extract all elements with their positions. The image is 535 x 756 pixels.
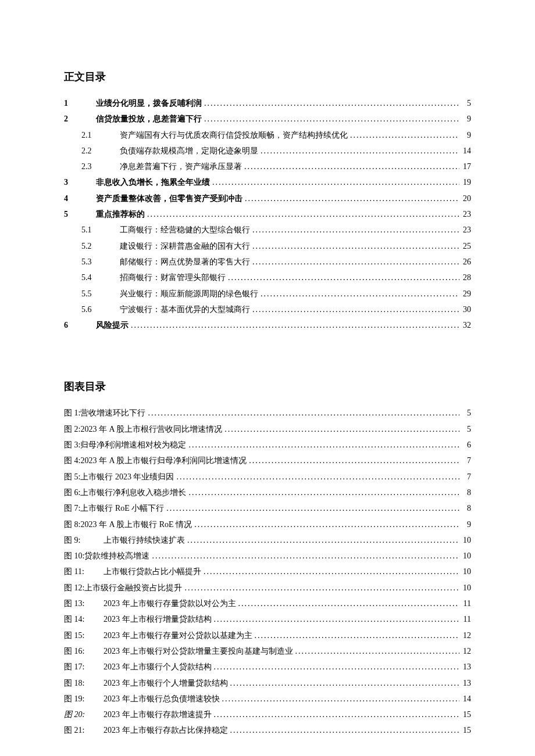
toc-leader-dots (228, 675, 460, 691)
toc-leader-dots (242, 191, 459, 206)
toc-entry-title: 招商银行：财富管理头部银行 (120, 270, 226, 285)
figure-entry-page: 8 (459, 485, 471, 500)
toc-leader-dots (252, 628, 460, 643)
figure-entry-title: 2023 年上市根行增量贷款结构 (104, 611, 212, 627)
toc-entry: 4资产质量整体改善，但零售资产受到冲击20 (64, 191, 471, 206)
figure-entry-title: 2023 年 A 股上市银行归母净利润同比增速情况 (80, 456, 247, 465)
figure-entry-page: 13 (459, 659, 471, 675)
figure-entry-label: 图 13: (64, 596, 104, 611)
toc-entry-title: 资产端国有大行与优质农商行信贷投放顺畅，资产结构持续优化 (120, 127, 348, 143)
toc-leader-dots (212, 611, 460, 627)
toc-leader-dots (149, 548, 459, 564)
figure-entry-page: 7 (459, 469, 471, 485)
figure-entry-label: 图 6: (64, 488, 80, 497)
figure-entry-title: 上市银行净利息收入稳步增长 (80, 488, 186, 497)
figure-entry-page: 9 (459, 517, 471, 532)
figure-entry-label: 图 15: (64, 628, 104, 643)
toc-entry-page: 32 (459, 317, 471, 333)
figure-entry-combined: 图 12:上市级行金融投资占比提升 (64, 580, 182, 596)
toc-entry-title: 业绩分化明显，拨备反哺利润 (96, 95, 202, 111)
figure-entry-title: 2023 年上市银行个人增量贷款结构 (104, 675, 228, 691)
figure-entry: 图 18:2023 年上市银行个人增量贷款结构13 (64, 675, 471, 691)
figure-entry-page: 7 (459, 453, 471, 468)
figure-entry: 图 1:营收增速环比下行5 (64, 405, 471, 421)
toc-leader-dots (293, 643, 460, 659)
figure-toc-heading: 图表目录 (64, 379, 471, 393)
figure-entry-label: 图 11: (64, 564, 104, 579)
figure-entry: 图 17:2023 年上市辍行个人贷款结构13 (64, 659, 471, 675)
figure-entry: 图 15:2023 年上市银行存量对公贷款以基建为主12 (64, 628, 471, 643)
toc-entry-number: 2 (64, 111, 96, 127)
toc-entry: 5.2建设银行：深耕普惠金融的国有大行25 (64, 238, 471, 254)
figure-entry-page: 5 (459, 421, 471, 437)
figure-entry-page: 15 (459, 707, 471, 722)
toc-entry-title: 净息差普遍下行，资产端承压显著 (120, 159, 242, 174)
figure-entry-page: 10 (459, 532, 471, 548)
figure-entry-combined: 图 7:上市银行 RoE 小幅下行 (64, 500, 164, 516)
figure-entry-page: 13 (459, 675, 471, 691)
toc-leader-dots (242, 159, 459, 174)
figure-entry-label: 图 21: (64, 722, 104, 738)
toc-entry-number: 5.1 (81, 222, 120, 238)
figure-entry: 图 14:2023 年上市根行增量贷款结构11 (64, 611, 471, 627)
toc-entry-number: 2.3 (81, 159, 120, 174)
toc-entry-title: 兴业银行：顺应新能源周期的绿色银行 (120, 286, 258, 302)
figure-entry: 图 2:2023 年 A 股上市根行营收同比增速情况5 (64, 421, 471, 437)
toc-leader-dots (145, 405, 459, 421)
toc-entry-title: 负债端存款规模高增，定期化迹象明显 (120, 143, 258, 159)
toc-entry: 5.4招商银行：财富管理头部银行28 (64, 270, 471, 285)
toc-leader-dots (202, 111, 459, 127)
figure-entry-title: 贷款维持校高增速 (84, 551, 149, 560)
figure-entry-title: 上市银行贷款占比小幅提升 (104, 564, 201, 579)
toc-entry-title: 重点推荐标的 (96, 206, 145, 222)
figure-entry: 图 8:2023 年 A 股上市银行 RoE 情况9 (64, 517, 471, 532)
toc-leader-dots (185, 532, 459, 548)
toc-entry-title: 非息收入负增长，拖累全年业绩 (96, 174, 210, 190)
toc-entry-title: 资产质量整体改善，但零售资产受到冲击 (96, 191, 242, 206)
toc-entry-page: 9 (459, 111, 471, 127)
figure-entry: 图 3:归母净利润增速相对校为稳定6 (64, 437, 471, 453)
toc-leader-dots (164, 500, 459, 516)
toc-entry-page: 9 (459, 127, 471, 143)
figure-entry: 图 6:上市银行净利息收入稳步增长8 (64, 485, 471, 500)
figure-entry-label: 图 12: (64, 583, 84, 592)
toc-entry-page: 23 (459, 222, 471, 238)
figure-entry-page: 6 (459, 437, 471, 453)
figure-entry-label: 图 2: (64, 425, 80, 433)
toc-leader-dots (258, 286, 459, 302)
main-toc-list: 1业绩分化明显，拨备反哺利润52信贷放量投放，息差普遍下行92.1资产端国有大行… (64, 95, 471, 333)
figure-entry-title: 2023 年上市银行存量贷款以对公为主 (104, 596, 236, 611)
toc-leader-dots (186, 485, 459, 500)
figure-entry-page: 10 (459, 564, 471, 579)
toc-leader-dots (145, 206, 459, 222)
toc-entry-number: 4 (64, 191, 96, 206)
toc-entry-page: 23 (459, 206, 471, 222)
toc-leader-dots (192, 517, 459, 532)
toc-leader-dots (247, 453, 459, 468)
figure-entry: 图 10:贷款维持校高增速10 (64, 548, 471, 564)
toc-entry-page: 20 (459, 191, 471, 206)
toc-entry-number: 6 (64, 317, 96, 333)
figure-entry: 图 12:上市级行金融投资占比提升10 (64, 580, 471, 596)
toc-entry-title: 信贷放量投放，息差普遍下行 (96, 111, 202, 127)
toc-entry-page: 26 (459, 254, 471, 270)
figure-entry-combined: 图 1:营收增速环比下行 (64, 405, 145, 421)
figure-entry: 图 16:2023 年上市银行对公贷款增量主要投向基建与制造业12 (64, 643, 471, 659)
figure-entry-label: 图 20: (64, 707, 104, 722)
figure-entry-title: 上市银行持续快速扩表 (104, 532, 185, 548)
figure-entry: 图 5:上市银行 2023 年业绩归因7 (64, 469, 471, 485)
figure-entry: 图 11: 上市银行贷款占比小幅提升10 (64, 564, 471, 579)
figure-entry-label: 图 1: (64, 409, 80, 417)
toc-entry: 1业绩分化明显，拨备反哺利润5 (64, 95, 471, 111)
figure-entry-label: 图 9: (64, 532, 104, 548)
figure-entry-label: 图 19: (64, 691, 104, 707)
toc-leader-dots (228, 722, 460, 738)
figure-entry: 图 19:2023 年上市银行总负债增速较快14 (64, 691, 471, 707)
toc-entry-page: 19 (459, 174, 471, 190)
figure-entry-title: 2023 年 A 股上市根行营收同比增速情况 (80, 425, 222, 433)
toc-entry-page: 28 (459, 270, 471, 285)
toc-entry-number: 1 (64, 95, 96, 111)
toc-leader-dots (258, 143, 459, 159)
toc-entry-page: 17 (459, 159, 471, 174)
toc-entry-number: 5.6 (81, 302, 120, 317)
